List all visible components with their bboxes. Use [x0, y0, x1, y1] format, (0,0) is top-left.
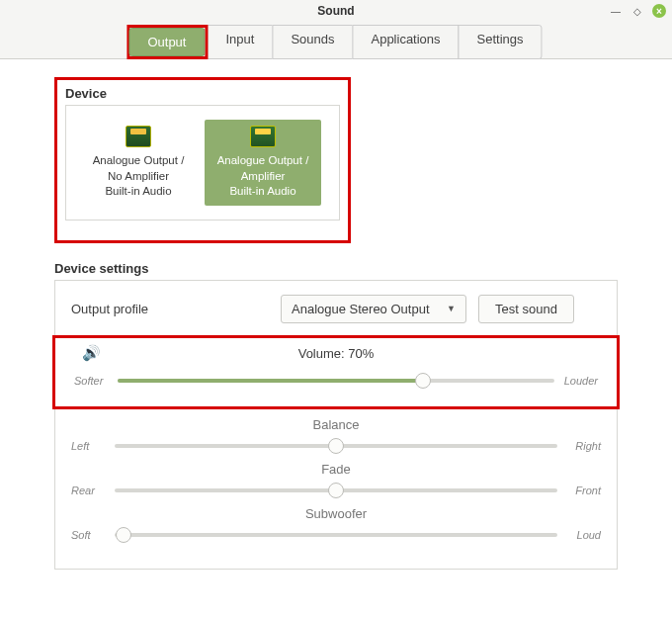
fade-front-label: Front: [565, 485, 601, 496]
balance-slider[interactable]: [115, 438, 557, 454]
close-button[interactable]: ×: [652, 4, 666, 18]
balance-left-label: Left: [71, 440, 107, 452]
tab-sounds[interactable]: Sounds: [272, 25, 353, 59]
device-card-analogue-amp[interactable]: Analogue Output / Amplifier Built-in Aud…: [205, 120, 321, 206]
balance-right-label: Right: [565, 440, 601, 452]
output-profile-dropdown[interactable]: Analogue Stereo Output ▼: [281, 295, 466, 323]
device-card-analogue-noamp[interactable]: Analogue Output / No Amplifier Built-in …: [80, 120, 197, 206]
subwoofer-loud-label: Loud: [565, 529, 601, 541]
soundcard-icon: [126, 126, 151, 147]
volume-louder-label: Louder: [562, 375, 598, 387]
sound-settings-window: Sound — ◇ × Output Input Sounds Applicat…: [0, 0, 672, 618]
tab-settings[interactable]: Settings: [459, 25, 543, 59]
output-profile-label: Output profile: [71, 302, 269, 316]
chevron-down-icon: ▼: [447, 304, 456, 313]
volume-slider[interactable]: [118, 373, 554, 389]
test-sound-button[interactable]: Test sound: [478, 295, 574, 323]
maximize-button[interactable]: ◇: [630, 4, 644, 18]
device-settings-label: Device settings: [54, 261, 618, 276]
tab-output[interactable]: Output: [128, 28, 205, 56]
tab-bar: Output Input Sounds Applications Setting…: [129, 25, 542, 59]
device-section-highlight: Device Analogue Output / No Amplifier Bu…: [54, 77, 351, 243]
device-section-label: Device: [65, 86, 340, 101]
titlebar: Sound — ◇ × Output Input Sounds Applicat…: [0, 0, 672, 59]
fade-rear-label: Rear: [71, 485, 107, 496]
minimize-button[interactable]: —: [609, 4, 623, 18]
fade-slider[interactable]: [115, 483, 557, 498]
tab-applications[interactable]: Applications: [352, 25, 459, 59]
fade-label: Fade: [71, 462, 601, 477]
subwoofer-soft-label: Soft: [71, 529, 107, 541]
soundcard-icon: [250, 126, 276, 147]
balance-label: Balance: [71, 417, 601, 432]
device-list: Analogue Output / No Amplifier Built-in …: [65, 105, 340, 221]
tab-input[interactable]: Input: [207, 25, 273, 59]
subwoofer-label: Subwoofer: [71, 506, 601, 521]
volume-section-highlight: 🔊 Volume: 70% Softer Louder: [52, 335, 620, 409]
device-settings-panel: Output profile Analogue Stereo Output ▼ …: [54, 280, 618, 570]
window-title: Sound: [0, 0, 672, 18]
volume-softer-label: Softer: [74, 375, 110, 387]
speaker-icon: 🔊: [82, 344, 101, 362]
volume-label: Volume: 70%: [298, 346, 375, 361]
subwoofer-slider[interactable]: [115, 527, 557, 543]
